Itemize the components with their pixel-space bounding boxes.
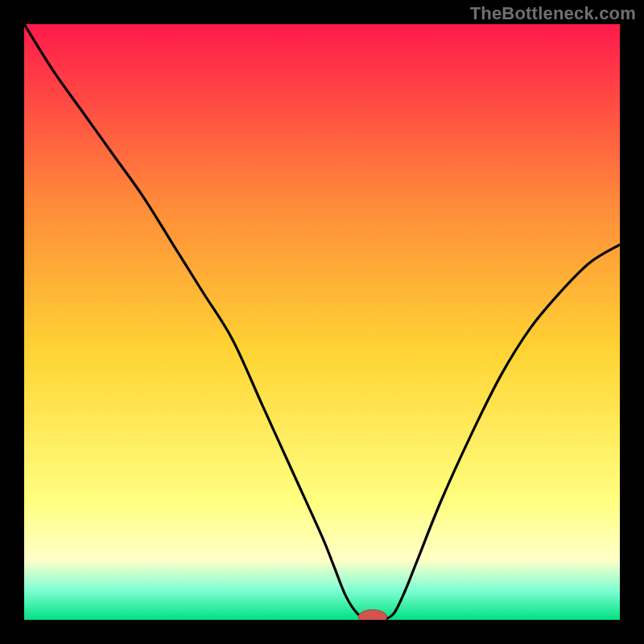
watermark-text: TheBottleneck.com (470, 3, 636, 24)
chart-svg (24, 24, 620, 620)
plot-area (24, 24, 620, 620)
gradient-background (24, 24, 620, 620)
chart-frame: TheBottleneck.com (0, 0, 644, 644)
